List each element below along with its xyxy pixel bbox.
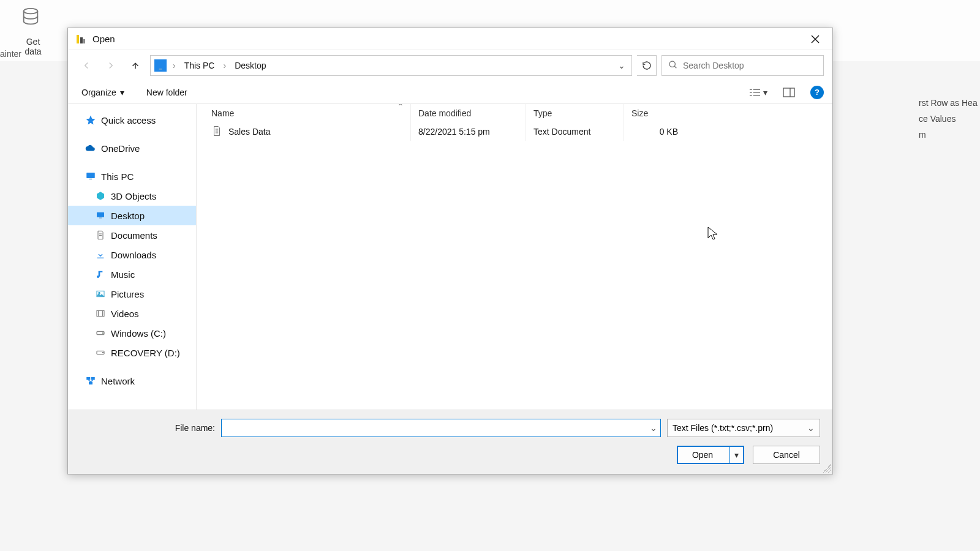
- svg-rect-16: [783, 88, 794, 97]
- open-file-dialog: Open › This PC › Desktop ⌄: [67, 28, 833, 474]
- app-icon: [75, 34, 86, 45]
- chevron-down-icon: ⌄: [807, 423, 815, 433]
- tree-label: Downloads: [111, 250, 156, 260]
- document-icon: [95, 230, 106, 241]
- chevron-right-icon: ›: [221, 61, 228, 70]
- chevron-down-icon[interactable]: ⌄: [616, 61, 628, 70]
- cancel-label: Cancel: [773, 450, 800, 460]
- svg-line-38: [91, 380, 93, 382]
- tree-this-pc[interactable]: This PC: [68, 167, 196, 186]
- new-folder-label: New folder: [146, 88, 187, 97]
- refresh-button[interactable]: [637, 55, 657, 76]
- col-label: Size: [631, 108, 648, 118]
- tree-label: RECOVERY (D:): [111, 348, 180, 358]
- tree-pictures[interactable]: Pictures: [68, 284, 196, 304]
- toolbar: Organize ▾ New folder ▾ ?: [68, 81, 832, 104]
- nav-up-button[interactable]: [126, 56, 145, 75]
- tree-desktop[interactable]: Desktop: [68, 206, 196, 225]
- filename-input[interactable]: [221, 419, 661, 437]
- nav-tree: Quick access OneDrive This PC 3D: [68, 104, 197, 410]
- tree-label: Network: [101, 376, 135, 386]
- help-button[interactable]: ?: [810, 86, 824, 99]
- main-area: Quick access OneDrive This PC 3D: [68, 104, 832, 410]
- close-button[interactable]: [802, 30, 829, 48]
- address-row: › This PC › Desktop ⌄: [68, 50, 832, 81]
- new-folder-button[interactable]: New folder: [141, 85, 192, 100]
- col-header-type[interactable]: Type: [526, 104, 624, 122]
- filetype-select[interactable]: Text Files (*.txt;*.csv;*.prn) ⌄: [667, 419, 820, 437]
- drive-icon: [95, 347, 106, 358]
- nav-forward-button[interactable]: [101, 56, 121, 75]
- svg-line-9: [674, 66, 676, 68]
- tree-label: Videos: [111, 309, 139, 319]
- download-icon: [95, 249, 106, 260]
- svg-point-31: [102, 332, 103, 333]
- organize-label: Organize: [81, 88, 116, 97]
- tree-label: Desktop: [111, 211, 145, 221]
- svg-point-33: [102, 352, 103, 353]
- monitor-icon: [154, 59, 167, 72]
- open-split-arrow[interactable]: ▾: [729, 447, 743, 463]
- svg-rect-21: [99, 217, 102, 218]
- tree-downloads[interactable]: Downloads: [68, 245, 196, 264]
- tree-music[interactable]: Music: [68, 264, 196, 284]
- star-icon: [85, 114, 96, 126]
- tree-label: Windows (C:): [111, 328, 166, 339]
- search-icon: [668, 60, 678, 72]
- svg-rect-36: [89, 382, 92, 385]
- breadcrumb-this-pc[interactable]: This PC: [182, 59, 217, 72]
- table-row[interactable]: Sales Data 8/22/2021 5:15 pm Text Docume…: [197, 122, 832, 141]
- drive-icon: [95, 328, 106, 339]
- file-name: Sales Data: [228, 127, 270, 137]
- tree-onedrive[interactable]: OneDrive: [68, 138, 196, 158]
- text-file-icon: [211, 126, 224, 138]
- network-icon: [85, 375, 96, 386]
- tree-label: Quick access: [101, 115, 156, 126]
- svg-rect-1: [77, 35, 79, 43]
- svg-rect-2: [80, 37, 83, 43]
- tree-label: OneDrive: [101, 143, 140, 154]
- search-box[interactable]: [662, 55, 824, 76]
- col-header-name[interactable]: Name ⌃: [197, 104, 411, 122]
- nav-back-button[interactable]: [77, 56, 96, 75]
- organize-button[interactable]: Organize ▾: [77, 85, 129, 100]
- col-label: Date modified: [418, 108, 471, 118]
- svg-rect-24: [97, 258, 104, 258]
- preview-pane-button[interactable]: [780, 84, 798, 101]
- file-list: Name ⌃ Date modified Type Size: [197, 104, 832, 410]
- bottom-panel: File name: ⌄ Text Files (*.txt;*.csv;*.p…: [68, 410, 832, 474]
- titlebar: Open: [68, 28, 832, 50]
- search-input[interactable]: [683, 61, 817, 70]
- tree-quick-access[interactable]: Quick access: [68, 110, 196, 130]
- svg-rect-20: [97, 212, 104, 217]
- tree-drive-c[interactable]: Windows (C:): [68, 323, 196, 343]
- address-bar[interactable]: › This PC › Desktop ⌄: [150, 55, 632, 76]
- caret-down-icon: ▾: [120, 88, 124, 97]
- open-button[interactable]: Open ▾: [677, 446, 744, 464]
- tree-3d-objects[interactable]: 3D Objects: [68, 186, 196, 206]
- col-header-size[interactable]: Size: [624, 104, 685, 122]
- svg-rect-34: [86, 377, 90, 380]
- tree-label: Music: [111, 269, 135, 280]
- file-size: 0 KB: [660, 127, 678, 137]
- list-header: Name ⌃ Date modified Type Size: [197, 104, 832, 122]
- svg-rect-6: [156, 62, 165, 68]
- tree-network[interactable]: Network: [68, 371, 196, 391]
- cube-icon: [95, 190, 106, 201]
- col-label: Name: [211, 108, 234, 118]
- tree-label: Pictures: [111, 289, 144, 299]
- breadcrumb-desktop[interactable]: Desktop: [232, 59, 268, 72]
- tree-videos[interactable]: Videos: [68, 304, 196, 323]
- resize-grip[interactable]: [823, 464, 831, 473]
- svg-rect-27: [97, 310, 104, 316]
- svg-rect-18: [86, 173, 95, 178]
- monitor-icon: [95, 210, 106, 221]
- view-options-button[interactable]: ▾: [749, 84, 767, 101]
- svg-rect-3: [83, 39, 85, 43]
- svg-line-37: [88, 380, 91, 382]
- music-icon: [95, 269, 106, 280]
- cancel-button[interactable]: Cancel: [753, 446, 820, 464]
- tree-documents[interactable]: Documents: [68, 225, 196, 245]
- tree-drive-d[interactable]: RECOVERY (D:): [68, 343, 196, 362]
- col-header-date[interactable]: Date modified: [411, 104, 526, 122]
